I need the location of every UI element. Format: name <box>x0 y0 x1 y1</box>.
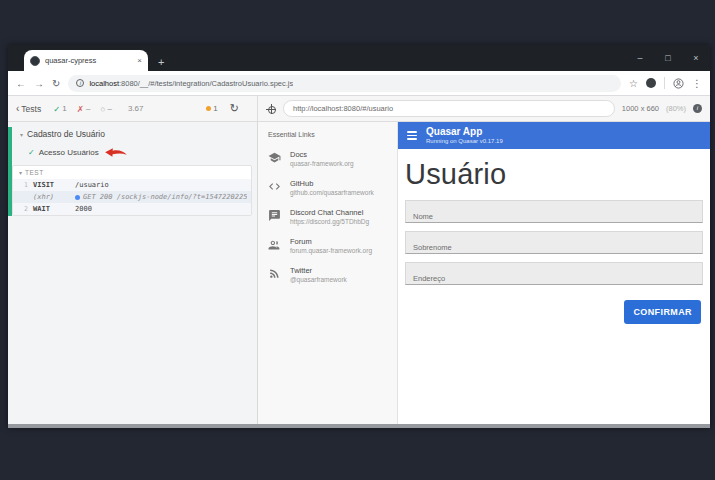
drawer-item-docs[interactable]: Docs quasar-framework.org <box>258 145 397 174</box>
drawer-item-caption: forum.quasar-framework.org <box>290 247 372 255</box>
cypress-toolbar: ‹Tests ✓1 ✗– ○– 3.67 1 ↻ http://localhos… <box>8 96 710 122</box>
suite-block: ▾ Cadastro de Usuário ✓ Acesso Usuários … <box>8 127 257 216</box>
runner-content: ▾ Cadastro de Usuário ✓ Acesso Usuários … <box>8 122 710 424</box>
command-method: VISIT <box>33 181 75 189</box>
school-icon <box>268 151 281 164</box>
drawer-item-twitter[interactable]: Twitter @quasarframework <box>258 261 397 290</box>
maximize-button[interactable]: □ <box>654 45 682 71</box>
command-method: (xhr) <box>33 193 75 201</box>
drawer-item-label: Docs <box>290 150 354 159</box>
back-icon[interactable]: ← <box>16 78 26 89</box>
command-message: /usuario <box>75 181 247 189</box>
pending-count: – <box>107 104 111 113</box>
app-drawer: Essential Links Docs quasar-framework.or… <box>258 122 398 424</box>
nome-label: Nome <box>413 212 433 221</box>
viewport-info-icon[interactable]: i <box>693 104 702 113</box>
address-bar[interactable]: i localhost:8080/__/#/tests/integration/… <box>68 75 621 92</box>
usuario-page: Usuário Nome Sobrenome Endereço CONFIRMA… <box>398 149 710 324</box>
drawer-item-caption: @quasarframework <box>290 276 347 284</box>
rerun-tests-icon[interactable]: ↻ <box>230 102 239 115</box>
drawer-item-label: Discord Chat Channel <box>290 208 369 217</box>
test-title: Acesso Usuários <box>39 148 99 157</box>
caret-down-icon: ▾ <box>19 169 22 176</box>
stat-passed: ✓1 <box>53 104 67 114</box>
chat-icon <box>268 209 281 222</box>
drawer-item-github[interactable]: GitHub github.com/quasarframework <box>258 174 397 203</box>
nome-input[interactable]: Nome <box>405 200 703 223</box>
passed-check-icon: ✓ <box>53 104 60 114</box>
url-path: :8080/__/#/tests/integration/CadastroUsu… <box>119 79 293 88</box>
command-group-header[interactable]: ▾ TEST <box>13 166 251 179</box>
page-title: Usuário <box>405 158 703 191</box>
close-button[interactable]: × <box>682 45 710 71</box>
drawer-header: Essential Links <box>258 122 397 145</box>
command-row-visit[interactable]: 1 VISIT /usuario <box>13 179 251 191</box>
command-row-wait[interactable]: 2 WAIT 2000 <box>13 203 251 215</box>
toolbar-divider <box>664 77 665 89</box>
command-rows: 1 VISIT /usuario (xhr) GET 200 /sockjs-n… <box>13 179 251 215</box>
command-message: GET 200 /sockjs-node/info/?t=1547220225… <box>75 193 247 201</box>
suite-header[interactable]: ▾ Cadastro de Usuário <box>12 127 257 141</box>
browser-tab[interactable]: quasar-cypress × <box>24 50 148 71</box>
tab-close-icon[interactable]: × <box>137 56 142 65</box>
warning-count: 1 <box>213 104 217 113</box>
command-row-xhr[interactable]: (xhr) GET 200 /sockjs-node/info/?t=15472… <box>13 191 251 203</box>
url-host: localhost <box>89 79 119 88</box>
page-info-icon[interactable]: i <box>76 79 84 87</box>
extension-icon[interactable] <box>646 78 656 88</box>
test-passed-icon: ✓ <box>28 148 35 157</box>
minimize-button[interactable]: – <box>626 45 654 71</box>
app-subtitle: Running on Quasar v0.17.19 <box>426 138 503 145</box>
rss-feed-icon <box>268 267 281 280</box>
record-voice-icon <box>268 238 281 251</box>
cypress-toolbar-left: ‹Tests ✓1 ✗– ○– 3.67 1 ↻ <box>8 96 258 121</box>
failed-cross-icon: ✗ <box>77 104 84 114</box>
xhr-status-dot-icon <box>75 195 80 200</box>
endereco-input[interactable]: Endereço <box>405 262 703 285</box>
warning-dot-icon <box>206 106 211 111</box>
drawer-item-label: GitHub <box>290 179 374 188</box>
drawer-item-discord[interactable]: Discord Chat Channel https://discord.gg/… <box>258 203 397 232</box>
viewport-zoom: (80%) <box>666 104 686 113</box>
pending-circle-icon: ○ <box>100 104 105 114</box>
red-arrow-annotation-icon <box>105 143 127 161</box>
app-title: Quasar App <box>426 126 503 138</box>
window-controls: – □ × <box>626 45 710 71</box>
drawer-item-caption: github.com/quasarframework <box>290 189 374 197</box>
chevron-left-icon: ‹ <box>16 103 19 114</box>
profile-icon[interactable] <box>673 78 684 89</box>
window-bottom-edge <box>8 424 710 428</box>
command-number: 1 <box>17 181 33 189</box>
hamburger-menu-icon[interactable] <box>407 131 417 140</box>
sobrenome-input[interactable]: Sobrenome <box>405 231 703 254</box>
caret-down-icon: ▾ <box>20 131 23 138</box>
endereco-label: Endereço <box>413 274 445 283</box>
chrome-menu-icon[interactable]: ⋮ <box>692 78 702 89</box>
cypress-favicon-icon <box>30 56 40 66</box>
new-tab-button[interactable]: + <box>158 56 164 68</box>
command-group-label: TEST <box>25 169 44 176</box>
tab-title: quasar-cypress <box>45 56 132 65</box>
selector-playground-icon[interactable] <box>266 104 276 114</box>
toolbar-right-icons: ☆ ⋮ <box>629 77 702 89</box>
confirmar-button[interactable]: CONFIRMAR <box>624 300 701 324</box>
command-log: ▾ TEST 1 VISIT /usuario (xhr) GET 200 /s… <box>12 165 252 216</box>
app-main: Quasar App Running on Quasar v0.17.19 Us… <box>398 122 710 424</box>
suite-title: Cadastro de Usuário <box>27 129 105 139</box>
stat-pending: ○– <box>100 104 112 114</box>
run-duration: 3.67 <box>128 104 144 113</box>
forward-icon[interactable]: → <box>34 78 44 89</box>
sobrenome-label: Sobrenome <box>413 243 452 252</box>
code-icon <box>268 180 281 193</box>
reload-icon[interactable]: ↻ <box>52 78 60 89</box>
bookmark-star-icon[interactable]: ☆ <box>629 78 638 89</box>
drawer-item-forum[interactable]: Forum forum.quasar-framework.org <box>258 232 397 261</box>
app-header: Quasar App Running on Quasar v0.17.19 <box>398 122 710 149</box>
drawer-item-label: Twitter <box>290 266 347 275</box>
app-url-bar[interactable]: http://localhost:8080/#/usuario <box>283 100 615 117</box>
warning-indicator[interactable]: 1 <box>206 104 217 113</box>
back-to-tests-button[interactable]: ‹Tests <box>16 103 41 114</box>
stat-failed: ✗– <box>77 104 91 114</box>
test-row[interactable]: ✓ Acesso Usuários <box>12 141 257 164</box>
cypress-toolbar-right: http://localhost:8080/#/usuario 1000 x 6… <box>258 96 710 121</box>
